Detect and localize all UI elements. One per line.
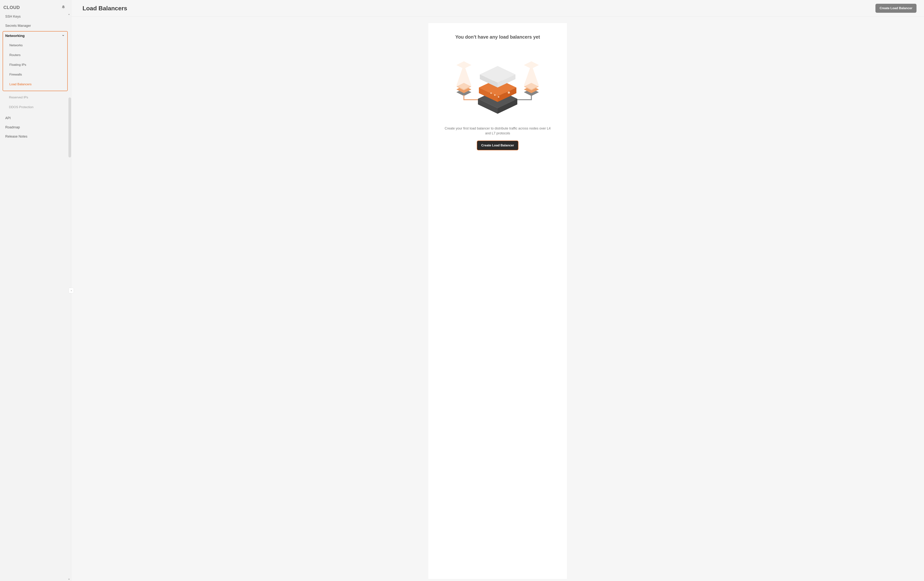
- sidebar: CLOUD ▲ SSH Keys Secrets Manager Network…: [0, 0, 71, 581]
- main: Load Balancers Create Load Balancer You …: [71, 0, 924, 581]
- page-title: Load Balancers: [82, 5, 127, 12]
- sidebar-collapse-handle[interactable]: ‹: [69, 288, 74, 293]
- sidebar-item-networks[interactable]: Networks: [3, 41, 67, 50]
- sidebar-item-release-notes[interactable]: Release Notes: [0, 132, 70, 141]
- empty-state-card: You don't have any load balancers yet: [428, 23, 567, 579]
- sidebar-item-api[interactable]: API: [0, 114, 70, 123]
- content: You don't have any load balancers yet: [71, 16, 924, 581]
- bell-icon[interactable]: [61, 5, 66, 10]
- sidebar-scroll-down[interactable]: ▼: [68, 578, 70, 580]
- app-root: CLOUD ▲ SSH Keys Secrets Manager Network…: [0, 0, 924, 581]
- sidebar-item-ddos-protection[interactable]: DDOS Protection: [3, 102, 70, 112]
- brand-label: CLOUD: [3, 5, 20, 10]
- sidebar-bottom-group: API Roadmap Release Notes: [0, 114, 70, 141]
- sidebar-section-networking: Networking Networks Routers Floating IPs…: [3, 31, 68, 91]
- svg-point-16: [490, 92, 492, 94]
- sidebar-scroll-up[interactable]: ▲: [68, 13, 70, 15]
- create-load-balancer-button[interactable]: Create Load Balancer: [477, 141, 519, 150]
- empty-state-title: You don't have any load balancers yet: [455, 34, 540, 40]
- sidebar-sub-networking: Networks Routers Floating IPs Firewalls …: [3, 40, 67, 91]
- sidebar-item-secrets-manager[interactable]: Secrets Manager: [0, 21, 70, 30]
- sidebar-item-roadmap[interactable]: Roadmap: [0, 123, 70, 132]
- svg-point-19: [508, 91, 510, 94]
- svg-point-18: [498, 96, 499, 98]
- sidebar-item-floating-ips[interactable]: Floating IPs: [3, 60, 67, 70]
- sidebar-item-ssh-keys[interactable]: SSH Keys: [0, 12, 70, 21]
- sidebar-section-label: Networking: [5, 34, 25, 38]
- svg-point-17: [494, 94, 495, 96]
- create-load-balancer-button-header[interactable]: Create Load Balancer: [875, 4, 916, 13]
- sidebar-item-routers[interactable]: Routers: [3, 50, 67, 60]
- sidebar-sub-networking-extra: Reserved IPs DDOS Protection: [3, 92, 70, 114]
- sidebar-section-header-networking[interactable]: Networking: [3, 31, 67, 40]
- load-balancer-illustration: [449, 51, 546, 115]
- svg-marker-4: [456, 61, 471, 69]
- sidebar-header: CLOUD: [0, 0, 71, 12]
- page-header: Load Balancers Create Load Balancer: [71, 0, 924, 16]
- sidebar-top-group: SSH Keys Secrets Manager: [0, 12, 70, 30]
- chevron-left-icon: ‹: [71, 289, 72, 292]
- chevron-down-icon: [62, 34, 65, 38]
- empty-state-subtitle: Create your first load balancer to distr…: [443, 126, 552, 136]
- sidebar-scrollbar-thumb[interactable]: [68, 97, 71, 158]
- sidebar-item-load-balancers[interactable]: Load Balancers: [3, 79, 67, 89]
- sidebar-scroll[interactable]: SSH Keys Secrets Manager Networking Netw…: [0, 12, 71, 581]
- sidebar-item-reserved-ips[interactable]: Reserved IPs: [3, 92, 70, 102]
- sidebar-item-firewalls[interactable]: Firewalls: [3, 70, 67, 79]
- svg-marker-9: [524, 61, 539, 69]
